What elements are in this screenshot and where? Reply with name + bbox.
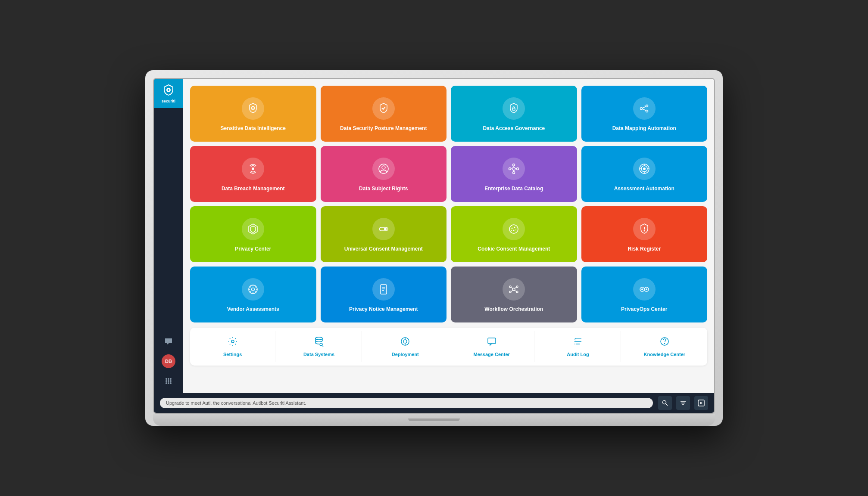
tile-data-security-posture-management[interactable]: Data Security Posture Management [321,86,447,142]
tile-label-cookie-consent-management: Cookie Consent Management [478,245,550,253]
user-avatar[interactable]: DB [162,354,175,368]
tile-label-data-access-governance: Data Access Governance [483,125,545,132]
svg-point-1 [168,89,169,91]
tile-assessment-automation[interactable]: Assessment Automation [581,146,708,202]
tool-settings[interactable]: Settings [190,331,275,362]
tool-deployment[interactable]: Deployment [363,331,448,362]
filter-btn[interactable] [676,396,690,410]
logo[interactable]: securiti [154,79,183,108]
svg-point-22 [382,166,385,169]
tool-data-systems[interactable]: Data Systems [276,331,362,362]
svg-point-37 [509,225,518,233]
svg-point-46 [252,288,255,291]
tile-data-access-governance[interactable]: Data Access Governance [451,86,577,142]
logo-icon [162,84,175,98]
svg-point-66 [320,343,322,346]
svg-point-2 [165,378,167,380]
svg-point-41 [511,230,512,231]
tile-label-vendor-assessments: Vendor Assessments [227,306,279,313]
tile-label-data-subject-rights: Data Subject Rights [359,185,408,192]
tile-data-mapping-automation[interactable]: Data Mapping Automation [581,86,708,142]
tile-sensitive-data-intelligence[interactable]: Sensitive Data Intelligence [190,86,316,142]
tile-cookie-consent-management[interactable]: Cookie Consent Management [451,206,577,262]
sidebar-bottom: DB [162,335,175,393]
laptop-base [153,414,715,426]
play-btn[interactable] [694,396,708,410]
svg-point-61 [641,288,643,290]
tool-label-settings: Settings [223,352,242,357]
tool-icon-audit-log [573,336,583,349]
svg-point-3 [168,378,169,380]
svg-point-27 [513,171,515,174]
svg-line-67 [322,346,323,347]
svg-line-56 [511,287,513,288]
bottom-bar: Upgrade to meet Auti, the conversational… [154,393,714,413]
tile-data-breach-management[interactable]: Data Breach Management [190,146,316,202]
svg-point-24 [509,167,511,170]
bottom-actions [658,396,708,410]
svg-point-40 [513,229,515,231]
svg-point-44 [643,230,645,231]
tool-knowledge-center[interactable]: Knowledge Center [622,331,707,362]
svg-point-38 [512,227,513,229]
tool-label-knowledge-center: Knowledge Center [644,352,686,357]
svg-rect-72 [488,338,496,344]
svg-line-58 [511,290,513,291]
svg-point-9 [168,382,169,384]
tiles-grid: Sensitive Data Intelligence Data Securit… [190,86,707,322]
tool-message-center[interactable]: Message Center [449,331,534,362]
tool-icon-data-systems [314,336,324,349]
tile-label-workflow-orchestration: Workflow Orchestration [484,306,543,313]
tile-privacyops-center[interactable]: PrivacyOps Center [581,267,708,322]
tile-label-data-mapping-automation: Data Mapping Automation [612,125,676,132]
tile-icon-data-subject-rights [372,158,395,180]
tool-label-deployment: Deployment [392,352,419,357]
tile-icon-privacy-notice-management [372,278,395,301]
sidebar: securiti DB [154,79,183,393]
tile-icon-privacyops-center [633,278,656,301]
apps-icon-btn[interactable] [162,374,175,388]
tool-icon-message-center [487,336,497,349]
tool-label-message-center: Message Center [473,352,509,357]
svg-line-17 [642,106,646,108]
svg-point-69 [403,340,407,343]
tile-privacy-notice-management[interactable]: Privacy Notice Management [321,267,447,322]
svg-point-10 [170,382,172,384]
svg-point-26 [513,164,515,166]
svg-line-18 [642,109,646,111]
tile-icon-data-mapping-automation [633,97,656,120]
tool-label-audit-log: Audit Log [567,352,589,357]
search-btn[interactable] [658,396,672,410]
logo-text: securiti [162,99,175,103]
tile-label-sensitive-data-intelligence: Sensitive Data Intelligence [221,125,286,132]
svg-point-78 [664,344,665,344]
tile-privacy-center[interactable]: Privacy Center [190,206,316,262]
svg-point-5 [165,380,167,382]
tile-label-privacy-notice-management: Privacy Notice Management [349,306,418,313]
svg-point-53 [516,286,518,288]
tool-audit-log[interactable]: Audit Log [535,331,621,362]
laptop-notch [408,418,460,421]
svg-point-55 [516,291,518,293]
tile-label-data-security-posture-management: Data Security Posture Management [340,125,427,132]
tile-icon-sensitive-data-intelligence [242,97,264,120]
tile-workflow-orchestration[interactable]: Workflow Orchestration [451,267,577,322]
tile-universal-consent-management[interactable]: Universal Consent Management [321,206,447,262]
tile-vendor-assessments[interactable]: Vendor Assessments [190,267,316,322]
tile-enterprise-data-catalog[interactable]: Enterprise Data Catalog [451,146,577,202]
main-content: Sensitive Data Intelligence Data Securit… [183,79,714,393]
tool-icon-deployment [400,336,410,349]
tile-label-data-breach-management: Data Breach Management [222,185,285,192]
svg-point-52 [509,286,511,288]
chat-bubble-text: Upgrade to meet Auti, the conversational… [160,398,653,408]
svg-point-39 [514,226,515,228]
chat-icon-btn[interactable] [162,335,175,348]
svg-point-7 [170,380,172,382]
svg-marker-85 [700,402,703,404]
tile-risk-register[interactable]: Risk Register [581,206,708,262]
tile-icon-data-breach-management [242,158,264,180]
tile-label-risk-register: Risk Register [628,245,661,253]
tile-data-subject-rights[interactable]: Data Subject Rights [321,146,447,202]
tools-row: Settings Data Systems Deployment Message… [190,328,707,366]
tile-icon-workflow-orchestration [503,278,525,301]
